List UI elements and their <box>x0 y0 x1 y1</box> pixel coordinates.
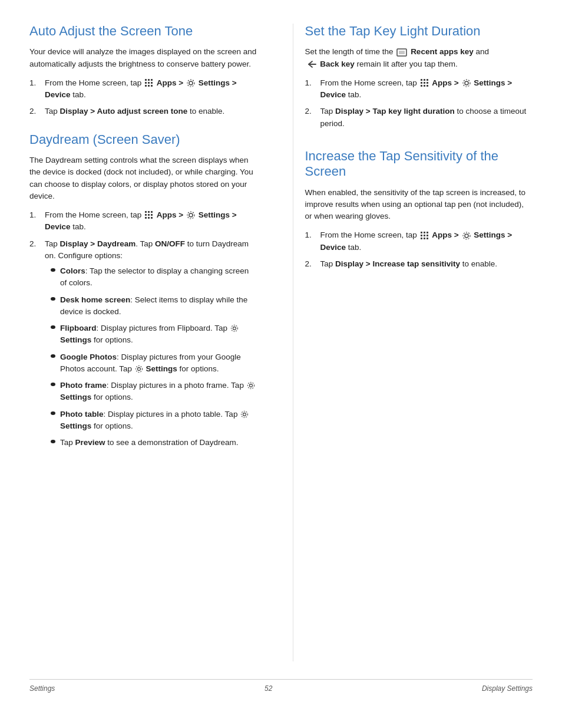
svg-rect-19 <box>151 217 153 219</box>
back-key-label: Back key <box>320 60 355 68</box>
bullet-text: Photo table: Display pictures in a photo… <box>60 409 257 433</box>
step-item: 1. From the Home screen, tap Apps > Sett… <box>305 77 533 101</box>
bullet-icon <box>51 325 55 329</box>
section-daydream-steps: 1. From the Home screen, tap Apps > Sett… <box>29 209 257 453</box>
svg-rect-34 <box>427 79 428 81</box>
svg-rect-45 <box>427 232 428 233</box>
recent-apps-key-label: Recent apps key <box>411 47 474 56</box>
svg-rect-32 <box>421 79 422 81</box>
apps-icon <box>420 231 429 241</box>
svg-point-29 <box>242 411 248 417</box>
step-number: 2. <box>305 106 317 130</box>
section-auto-adjust-title: Auto Adjust the Screen Tone <box>29 24 257 39</box>
section-daydream-title: Daydream (Screen Saver) <box>29 132 257 147</box>
svg-rect-50 <box>424 238 425 239</box>
step-content: From the Home screen, tap Apps > Setting… <box>320 229 533 253</box>
bullet-icon <box>51 297 55 301</box>
svg-point-52 <box>465 234 468 238</box>
right-column: Set the Tap Key Light Duration Set the l… <box>293 24 533 661</box>
svg-point-41 <box>465 81 468 85</box>
section-daydream: Daydream (Screen Saver) The Daydream set… <box>29 132 257 454</box>
list-item: Tap Preview to see a demonstration of Da… <box>51 437 257 449</box>
step-content: Tap Display > Tap key light duration to … <box>320 106 533 130</box>
gear-icon <box>135 365 143 373</box>
svg-rect-17 <box>145 217 147 219</box>
svg-point-25 <box>135 366 142 373</box>
step-item: 2. Tap Display > Tap key light duration … <box>305 106 533 130</box>
main-content: Auto Adjust the Screen Tone Your device … <box>29 24 533 661</box>
apps-label: Apps > <box>432 230 458 239</box>
page: Auto Adjust the Screen Tone Your device … <box>0 0 562 728</box>
step-content: From the Home screen, tap Apps > Setting… <box>45 77 257 101</box>
svg-rect-39 <box>424 85 425 87</box>
bullet-icon <box>51 268 55 272</box>
svg-rect-3 <box>145 82 147 84</box>
svg-point-21 <box>187 212 194 219</box>
bullet-icon <box>51 354 55 358</box>
step-number: 1. <box>29 77 41 101</box>
footer-right: Display Settings <box>482 684 533 693</box>
step-number: 1. <box>305 229 317 253</box>
bullet-icon <box>51 383 55 386</box>
list-item: Photo frame: Display pictures in a photo… <box>51 380 257 404</box>
bullet-text: Tap Preview to see a demonstration of Da… <box>60 437 238 449</box>
apps-label: Apps > <box>432 78 458 87</box>
svg-point-22 <box>233 327 236 330</box>
svg-rect-49 <box>421 238 422 239</box>
svg-rect-35 <box>421 82 422 84</box>
left-column: Auto Adjust the Screen Tone Your device … <box>29 24 269 661</box>
bullet-text: Google Photos: Display pictures from you… <box>60 351 257 375</box>
step-content: Tap Display > Daydream. Tap ON/OFF to tu… <box>45 238 257 454</box>
recent-apps-icon <box>396 48 407 57</box>
section-tap-key-light: Set the Tap Key Light Duration Set the l… <box>305 24 533 130</box>
step-item: 2. Tap Display > Daydream. Tap ON/OFF to… <box>29 238 257 454</box>
gear-icon <box>230 324 239 332</box>
display-auto-label: Display > Auto adjust screen tone <box>60 107 188 116</box>
bullet-icon <box>51 440 55 443</box>
settings-icon <box>186 210 196 220</box>
svg-rect-18 <box>148 217 150 219</box>
footer-left: Settings <box>29 684 55 693</box>
svg-rect-38 <box>421 85 422 87</box>
svg-rect-14 <box>145 214 147 216</box>
step-item: 1. From the Home screen, tap Apps > Sett… <box>305 229 533 253</box>
svg-point-27 <box>247 383 254 389</box>
settings-device-label: Settings > Device <box>320 78 513 99</box>
on-off-label: ON/OFF <box>155 239 185 248</box>
step-content: From the Home screen, tap Apps > Setting… <box>320 77 533 101</box>
step-number: 2. <box>29 106 41 117</box>
apps-label: Apps > <box>157 78 183 87</box>
svg-rect-44 <box>424 232 425 233</box>
svg-rect-7 <box>148 85 150 87</box>
svg-point-42 <box>463 80 470 87</box>
tap-sensitivity-steps: 1. From the Home screen, tap Apps > Sett… <box>305 229 533 270</box>
display-tapkey-label: Display > Tap key light duration <box>335 107 455 116</box>
display-tap-sens-label: Display > Increase tap sensitivity <box>335 259 460 268</box>
step-content: From the Home screen, tap Apps > Setting… <box>45 209 257 233</box>
display-daydream-label: Display > Daydream <box>60 239 136 248</box>
list-item: Flipboard: Display pictures from Flipboa… <box>51 322 257 347</box>
svg-point-53 <box>463 232 470 239</box>
svg-rect-51 <box>427 238 428 239</box>
list-item: Desk home screen: Select items to displa… <box>51 294 257 318</box>
step-item: 2. Tap Display > Auto adjust screen tone… <box>29 106 257 117</box>
section-tap-key-body: Set the length of time the Recent apps k… <box>305 46 533 70</box>
bullet-text: Colors: Tap the selector to display a ch… <box>60 265 257 289</box>
settings-icon <box>462 78 471 88</box>
svg-rect-2 <box>151 79 153 81</box>
section-auto-adjust-steps: 1. From the Home screen, tap Apps > Sett… <box>29 77 257 118</box>
back-icon <box>306 60 317 68</box>
page-number: 52 <box>265 684 272 693</box>
settings-icon <box>462 231 471 241</box>
svg-rect-43 <box>421 232 422 233</box>
bullet-text: Flipboard: Display pictures from Flipboa… <box>60 322 257 347</box>
svg-rect-5 <box>151 82 153 84</box>
bullet-icon <box>51 411 55 415</box>
svg-rect-15 <box>148 214 150 216</box>
settings-device-label: Settings > Device <box>45 210 237 231</box>
svg-point-20 <box>189 213 193 217</box>
step-number: 2. <box>29 238 41 454</box>
svg-rect-12 <box>148 211 150 213</box>
apps-icon <box>144 210 154 220</box>
settings-device-label: Settings > Device <box>45 78 237 99</box>
